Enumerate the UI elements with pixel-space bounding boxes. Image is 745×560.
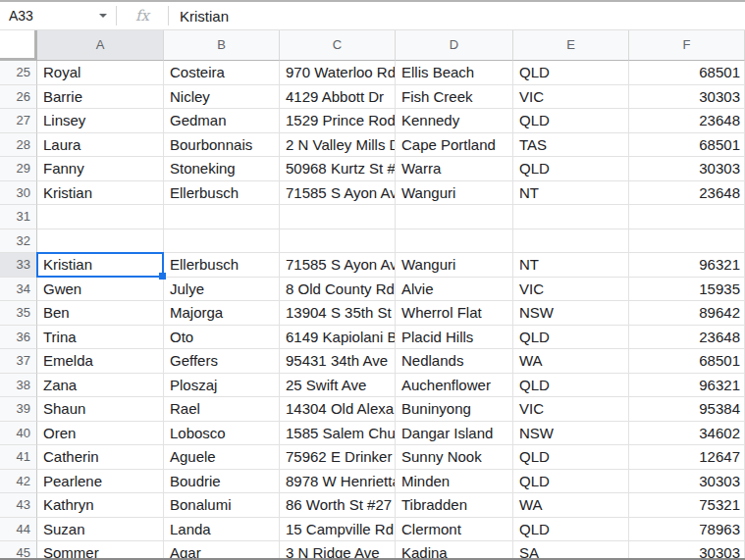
cell-E44[interactable]: QLD [513, 518, 629, 542]
cell-A41[interactable]: Catherin [37, 445, 164, 470]
cell-F40[interactable]: 34602 [629, 422, 745, 446]
row-header-39[interactable]: 39 [0, 397, 37, 422]
cell-F31[interactable] [629, 205, 745, 229]
cell-A36[interactable]: Trina [37, 326, 164, 350]
cell-A37[interactable]: Emelda [37, 349, 164, 374]
cell-E31[interactable] [513, 205, 629, 229]
cell-F32[interactable] [629, 229, 745, 254]
row-header-25[interactable]: 25 [0, 61, 37, 85]
cell-C35[interactable]: 13904 S 35th St [280, 301, 396, 326]
cell-D25[interactable]: Ellis Beach [396, 61, 513, 85]
cell-A25[interactable]: Royal [37, 61, 164, 85]
name-box-dropdown-icon[interactable] [99, 14, 107, 18]
cell-A30[interactable]: Kristian [37, 181, 164, 206]
cell-E32[interactable] [513, 229, 629, 254]
cell-B36[interactable]: Oto [164, 326, 280, 350]
cell-F37[interactable]: 68501 [629, 349, 745, 374]
column-header-c[interactable]: C [280, 30, 396, 61]
cell-F38[interactable]: 96321 [629, 374, 745, 398]
cell-C25[interactable]: 970 Waterloo Rd [280, 61, 396, 85]
cell-F44[interactable]: 78963 [629, 518, 745, 542]
row-header-26[interactable]: 26 [0, 85, 37, 110]
cell-F42[interactable]: 30303 [629, 470, 745, 494]
row-header-37[interactable]: 37 [0, 349, 37, 374]
formula-bar-input[interactable]: Kristian [169, 8, 745, 25]
row-header-33[interactable]: 33 [0, 253, 37, 278]
cell-E37[interactable]: WA [513, 349, 629, 374]
cell-E36[interactable]: QLD [513, 326, 629, 350]
cell-C31[interactable] [280, 205, 396, 229]
row-header-28[interactable]: 28 [0, 133, 37, 158]
cell-D36[interactable]: Placid Hills [396, 326, 513, 350]
cell-A44[interactable]: Suzan [37, 518, 164, 542]
column-header-a[interactable]: A [37, 30, 164, 61]
cell-E28[interactable]: TAS [513, 133, 629, 158]
cell-A39[interactable]: Shaun [37, 397, 164, 422]
row-header-42[interactable]: 42 [0, 470, 37, 494]
cell-F43[interactable]: 75321 [629, 493, 745, 518]
cell-A38[interactable]: Zana [37, 374, 164, 398]
cell-D40[interactable]: Dangar Island [396, 422, 513, 446]
fill-handle[interactable] [159, 273, 166, 280]
cell-F33[interactable]: 96321 [629, 253, 745, 278]
cell-E25[interactable]: QLD [513, 61, 629, 85]
cell-F28[interactable]: 68501 [629, 133, 745, 158]
cell-E39[interactable]: VIC [513, 397, 629, 422]
cell-C40[interactable]: 1585 Salem Chu [280, 422, 396, 446]
cell-B43[interactable]: Bonalumi [164, 493, 280, 518]
row-header-31[interactable]: 31 [0, 205, 37, 229]
row-header-29[interactable]: 29 [0, 157, 37, 181]
cell-D30[interactable]: Wanguri [396, 181, 513, 206]
row-header-35[interactable]: 35 [0, 301, 37, 326]
cell-B34[interactable]: Julye [164, 278, 280, 302]
cell-E42[interactable]: QLD [513, 470, 629, 494]
cell-C38[interactable]: 25 Swift Ave [280, 374, 396, 398]
cell-F27[interactable]: 23648 [629, 109, 745, 133]
cell-E43[interactable]: WA [513, 493, 629, 518]
cell-D42[interactable]: Minden [396, 470, 513, 494]
cell-F29[interactable]: 30303 [629, 157, 745, 181]
cell-F30[interactable]: 23648 [629, 181, 745, 206]
cell-E34[interactable]: VIC [513, 278, 629, 302]
cell-D28[interactable]: Cape Portland [396, 133, 513, 158]
cell-E26[interactable]: VIC [513, 85, 629, 110]
cell-E29[interactable]: QLD [513, 157, 629, 181]
cell-A35[interactable]: Ben [37, 301, 164, 326]
cell-C27[interactable]: 1529 Prince Rod [280, 109, 396, 133]
cell-B33[interactable]: Ellerbusch [164, 253, 280, 278]
cell-C41[interactable]: 75962 E Drinker [280, 445, 396, 470]
cell-B35[interactable]: Majorga [164, 301, 280, 326]
cell-C37[interactable]: 95431 34th Ave [280, 349, 396, 374]
cell-E35[interactable]: NSW [513, 301, 629, 326]
row-header-32[interactable]: 32 [0, 229, 37, 254]
cell-B39[interactable]: Rael [164, 397, 280, 422]
cell-F34[interactable]: 15935 [629, 278, 745, 302]
row-header-44[interactable]: 44 [0, 518, 37, 542]
cell-C36[interactable]: 6149 Kapiolani B [280, 326, 396, 350]
cell-A43[interactable]: Kathryn [37, 493, 164, 518]
cell-A29[interactable]: Fanny [37, 157, 164, 181]
cell-D32[interactable] [396, 229, 513, 254]
cell-F25[interactable]: 68501 [629, 61, 745, 85]
cell-F36[interactable]: 23648 [629, 326, 745, 350]
cell-B38[interactable]: Ploszaj [164, 374, 280, 398]
column-header-e[interactable]: E [513, 30, 629, 61]
row-header-40[interactable]: 40 [0, 422, 37, 446]
cell-D33[interactable]: Wanguri [396, 253, 513, 278]
cell-C43[interactable]: 86 Worth St #27 [280, 493, 396, 518]
cell-B41[interactable]: Aguele [164, 445, 280, 470]
select-all-corner[interactable] [0, 30, 37, 61]
cell-C34[interactable]: 8 Old County Rd [280, 278, 396, 302]
row-header-30[interactable]: 30 [0, 181, 37, 206]
cell-D41[interactable]: Sunny Nook [396, 445, 513, 470]
row-header-34[interactable]: 34 [0, 278, 37, 302]
cell-D37[interactable]: Nedlands [396, 349, 513, 374]
row-header-36[interactable]: 36 [0, 326, 37, 350]
column-header-f[interactable]: F [629, 30, 745, 61]
cell-B29[interactable]: Stoneking [164, 157, 280, 181]
cell-D35[interactable]: Wherrol Flat [396, 301, 513, 326]
cell-B40[interactable]: Lobosco [164, 422, 280, 446]
cell-D29[interactable]: Warra [396, 157, 513, 181]
cell-C29[interactable]: 50968 Kurtz St # [280, 157, 396, 181]
cell-C26[interactable]: 4129 Abbott Dr [280, 85, 396, 110]
